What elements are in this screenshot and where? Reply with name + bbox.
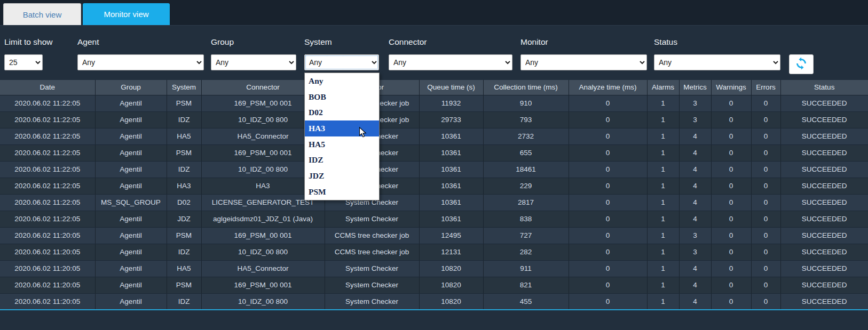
filter-label-system: System bbox=[304, 37, 379, 48]
table-row[interactable]: 2020.06.02 11:20:05AgentilPSM169_PSM_00 … bbox=[0, 277, 868, 293]
table-cell: Agentil bbox=[95, 211, 167, 227]
table-cell: Agentil bbox=[95, 244, 167, 260]
table-row[interactable]: 2020.06.02 11:22:05AgentilHA3HA3System C… bbox=[0, 178, 868, 194]
table-cell: 10361 bbox=[419, 194, 483, 211]
table-cell: 2020.06.02 11:22:05 bbox=[0, 161, 95, 178]
table-cell: 4 bbox=[679, 277, 711, 293]
table-cell: 18461 bbox=[483, 161, 569, 178]
table-cell: PSM bbox=[167, 95, 201, 111]
table-row[interactable]: 2020.06.02 11:20:05AgentilIDZ10_IDZ_00 8… bbox=[0, 293, 868, 310]
table-cell: 0 bbox=[751, 144, 780, 161]
column-header[interactable]: Status bbox=[780, 80, 868, 95]
monitor-table: DateGroupSystemConnectorMonitorQueue tim… bbox=[0, 80, 868, 310]
column-header[interactable]: System bbox=[167, 80, 201, 95]
table-row[interactable]: 2020.06.02 11:22:05AgentilJDZaglgeidsdmz… bbox=[0, 211, 868, 227]
table-row[interactable]: 2020.06.02 11:22:05AgentilHA5HA5_Connect… bbox=[0, 128, 868, 144]
tab-monitor-view[interactable]: Monitor view bbox=[83, 3, 170, 25]
table-cell: 10361 bbox=[419, 178, 483, 194]
monitor-select[interactable]: Any bbox=[520, 54, 647, 70]
table-cell: 29733 bbox=[419, 111, 483, 128]
table-cell: SUCCEEDED bbox=[780, 244, 868, 260]
table-row[interactable]: 2020.06.02 11:22:05AgentilPSM169_PSM_00 … bbox=[0, 95, 868, 111]
table-cell: 1 bbox=[647, 244, 679, 260]
column-header[interactable]: Analyze time (ms) bbox=[569, 80, 647, 95]
table-cell: 838 bbox=[483, 211, 569, 227]
table-cell: 0 bbox=[569, 260, 647, 277]
table-cell: 2020.06.02 11:22:05 bbox=[0, 95, 95, 111]
table-row[interactable]: 2020.06.02 11:22:05AgentilIDZ10_IDZ_00 8… bbox=[0, 161, 868, 178]
table-cell: SUCCEEDED bbox=[780, 144, 868, 161]
system-select[interactable]: Any bbox=[304, 54, 379, 70]
table-cell: System Checker bbox=[325, 277, 419, 293]
table-body: 2020.06.02 11:22:05AgentilPSM169_PSM_00 … bbox=[0, 95, 868, 310]
table-row[interactable]: 2020.06.02 11:20:05AgentilPSM169_PSM_00 … bbox=[0, 227, 868, 244]
column-header[interactable]: Group bbox=[95, 80, 167, 95]
table-cell: 910 bbox=[483, 95, 569, 111]
column-header[interactable]: Metrics bbox=[679, 80, 711, 95]
system-option-any[interactable]: Any bbox=[305, 73, 379, 89]
system-option-bob[interactable]: BOB bbox=[305, 89, 379, 105]
table-row[interactable]: 2020.06.02 11:22:05MS_SQL_GROUPD02LICENS… bbox=[0, 194, 868, 211]
table-row[interactable]: 2020.06.02 11:22:05AgentilPSM169_PSM_00 … bbox=[0, 144, 868, 161]
table-cell: Agentil bbox=[95, 111, 167, 128]
filter-label-connector: Connector bbox=[389, 37, 512, 48]
system-option-ha5[interactable]: HA5 bbox=[305, 136, 379, 152]
agent-select[interactable]: Any bbox=[77, 54, 204, 70]
table-cell: Agentil bbox=[95, 277, 167, 293]
group-select[interactable]: Any bbox=[211, 54, 296, 70]
system-option-psm[interactable]: PSM bbox=[305, 184, 379, 200]
table-cell: 0 bbox=[569, 111, 647, 128]
table-cell: 10820 bbox=[419, 293, 483, 310]
table-cell: PSM bbox=[167, 227, 201, 244]
system-option-d02[interactable]: D02 bbox=[305, 104, 379, 120]
refresh-button[interactable] bbox=[789, 54, 814, 74]
table-cell: SUCCEEDED bbox=[780, 260, 868, 277]
tab-batch-view[interactable]: Batch view bbox=[3, 3, 81, 25]
column-header[interactable]: Queue time (s) bbox=[419, 80, 483, 95]
column-header[interactable]: Errors bbox=[751, 80, 780, 95]
column-header[interactable]: Date bbox=[0, 80, 95, 95]
table-cell: 10820 bbox=[419, 277, 483, 293]
table-cell: HA5_Connector bbox=[201, 260, 325, 277]
table-row[interactable]: 2020.06.02 11:20:05AgentilIDZ10_IDZ_00 8… bbox=[0, 244, 868, 260]
system-option-idz[interactable]: IDZ bbox=[305, 152, 379, 168]
table-cell: 0 bbox=[751, 244, 780, 260]
table-cell: HA5 bbox=[167, 128, 201, 144]
table-cell: 0 bbox=[711, 178, 751, 194]
table-row[interactable]: 2020.06.02 11:20:05AgentilHA5HA5_Connect… bbox=[0, 260, 868, 277]
table-cell: 2817 bbox=[483, 194, 569, 211]
table-cell: 2020.06.02 11:20:05 bbox=[0, 260, 95, 277]
table-cell: Agentil bbox=[95, 178, 167, 194]
table-cell: 0 bbox=[751, 194, 780, 211]
table-cell: 4 bbox=[679, 178, 711, 194]
table-cell: 911 bbox=[483, 260, 569, 277]
column-header[interactable]: Warnings bbox=[711, 80, 751, 95]
table-cell: 0 bbox=[711, 161, 751, 178]
table-row[interactable]: 2020.06.02 11:22:05AgentilIDZ10_IDZ_00 8… bbox=[0, 111, 868, 128]
table-cell: 10361 bbox=[419, 128, 483, 144]
column-header[interactable]: Collection time (ms) bbox=[483, 80, 569, 95]
table-cell: 2020.06.02 11:22:05 bbox=[0, 144, 95, 161]
system-option-jdz[interactable]: JDZ bbox=[305, 168, 379, 184]
table-cell: 0 bbox=[711, 95, 751, 111]
system-option-ha3[interactable]: HA3 bbox=[305, 120, 379, 136]
status-select[interactable]: Any bbox=[654, 54, 780, 70]
limit-select[interactable]: 25 bbox=[4, 54, 43, 70]
table-cell: 0 bbox=[751, 227, 780, 244]
filter-group-system: System Any bbox=[304, 37, 379, 70]
table-cell: 0 bbox=[569, 194, 647, 211]
table-cell: 1 bbox=[647, 144, 679, 161]
table-cell: 3 bbox=[679, 227, 711, 244]
filter-label-group: Group bbox=[211, 37, 296, 48]
table-cell: 0 bbox=[569, 293, 647, 310]
table-cell: 0 bbox=[711, 211, 751, 227]
column-header[interactable]: Alarms bbox=[647, 80, 679, 95]
filter-label-status: Status bbox=[654, 37, 780, 48]
table-cell: 4 bbox=[679, 260, 711, 277]
table-cell: 0 bbox=[751, 161, 780, 178]
connector-select[interactable]: Any bbox=[389, 54, 512, 70]
table-cell: SUCCEEDED bbox=[780, 95, 868, 111]
table-cell: 12495 bbox=[419, 227, 483, 244]
table-cell: 1 bbox=[647, 128, 679, 144]
table-cell: 0 bbox=[569, 144, 647, 161]
